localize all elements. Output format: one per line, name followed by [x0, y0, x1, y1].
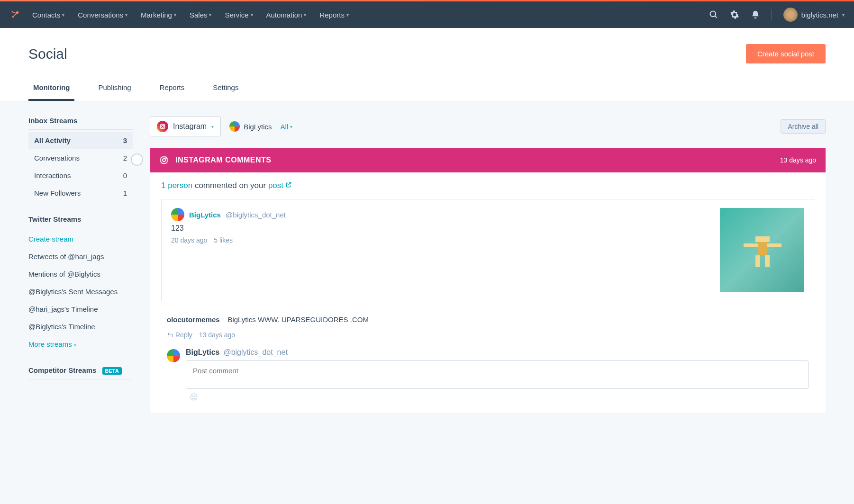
- svg-point-21: [195, 396, 196, 397]
- activity-card: INSTAGRAM COMMENTS 13 days ago 1 person …: [150, 148, 826, 413]
- nav-conversations[interactable]: Conversations▾: [78, 11, 127, 19]
- nav-automation[interactable]: Automation▾: [266, 11, 307, 19]
- comment-row: olocutormemes BigLytics WWW. UPARSEGUIDO…: [150, 310, 826, 329]
- post-card: BigLytics @biglytics_dot_net 123 20 days…: [161, 199, 814, 301]
- comment-author[interactable]: olocutormemes: [167, 315, 220, 324]
- sidebar-all-activity[interactable]: All Activity3: [28, 132, 133, 149]
- card-timestamp: 13 days ago: [780, 156, 816, 164]
- svg-rect-15: [744, 243, 758, 247]
- competitor-streams-title: Competitor Streams BETA: [28, 366, 133, 379]
- post-body: 123: [171, 224, 710, 233]
- sidebar: Inbox Streams All Activity3 Conversation…: [28, 117, 133, 413]
- card-header-title: INSTAGRAM COMMENTS: [175, 156, 271, 164]
- create-stream-link[interactable]: Create stream: [28, 230, 133, 248]
- beta-badge: BETA: [102, 367, 122, 375]
- comment-text: BigLytics WWW. UPARSEGUIDORES .COM: [227, 315, 369, 324]
- svg-point-9: [164, 125, 164, 126]
- svg-line-4: [13, 13, 16, 16]
- svg-rect-18: [765, 255, 770, 267]
- tab-settings[interactable]: Settings: [208, 77, 243, 101]
- svg-point-12: [166, 158, 167, 159]
- nav-divider: [772, 9, 772, 20]
- account-avatar-icon: [229, 121, 240, 132]
- svg-point-8: [162, 126, 164, 127]
- page-header: Social Create social post Monitoring Pub…: [0, 28, 854, 101]
- tab-reports[interactable]: Reports: [155, 77, 190, 101]
- nav-reports[interactable]: Reports▾: [319, 11, 349, 19]
- twitter-streams-title: Twitter Streams: [28, 215, 133, 228]
- twitter-stream-item[interactable]: @Biglytics's Sent Messages: [28, 283, 133, 300]
- svg-rect-13: [758, 241, 767, 255]
- nav-contacts[interactable]: Contacts▾: [32, 11, 64, 19]
- tab-publishing[interactable]: Publishing: [93, 77, 136, 101]
- emoji-picker-icon[interactable]: [190, 393, 805, 401]
- chevron-down-icon: ▾: [74, 342, 76, 348]
- external-link-icon: [285, 181, 292, 188]
- instagram-icon: [157, 121, 168, 132]
- reply-author: BigLytics: [186, 348, 219, 357]
- social-tabs: Monitoring Publishing Reports Settings: [28, 77, 826, 101]
- search-icon[interactable]: [709, 10, 718, 19]
- post-likes: 5 likes: [214, 236, 233, 244]
- card-header: INSTAGRAM COMMENTS 13 days ago: [150, 148, 826, 172]
- top-nav: Contacts▾ Conversations▾ Marketing▾ Sale…: [0, 1, 854, 28]
- post-author-handle: @biglytics_dot_net: [226, 211, 286, 219]
- comment-age: 13 days ago: [199, 331, 235, 339]
- chevron-down-icon: ▾: [304, 12, 306, 18]
- sidebar-interactions[interactable]: Interactions0: [28, 167, 133, 184]
- instagram-icon: [159, 155, 169, 165]
- svg-rect-17: [755, 255, 760, 267]
- unread-indicator[interactable]: [131, 153, 143, 166]
- content-area: Instagram ▾ BigLytics All ▾ Archive all: [150, 117, 826, 413]
- chevron-down-icon: ▾: [251, 12, 253, 18]
- chevron-down-icon: ▾: [290, 124, 292, 129]
- sidebar-conversations[interactable]: Conversations2: [28, 149, 133, 167]
- svg-point-11: [163, 159, 165, 162]
- bell-icon[interactable]: [751, 10, 760, 19]
- sidebar-new-followers[interactable]: New Followers1: [28, 184, 133, 202]
- tab-monitoring[interactable]: Monitoring: [28, 77, 74, 101]
- summary-line: 1 person commented on your post: [150, 172, 826, 199]
- chevron-down-icon: ▾: [211, 124, 214, 129]
- account-menu[interactable]: biglytics.net ▾: [783, 8, 845, 22]
- twitter-stream-item[interactable]: @hari_jags's Timeline: [28, 300, 133, 318]
- svg-point-20: [192, 396, 193, 397]
- twitter-stream-item[interactable]: Retweets of @hari_jags: [28, 248, 133, 265]
- chevron-down-icon: ▾: [174, 12, 176, 18]
- nav-service[interactable]: Service▾: [225, 11, 253, 19]
- svg-point-19: [191, 394, 197, 400]
- archive-all-button[interactable]: Archive all: [781, 119, 826, 134]
- svg-point-5: [710, 11, 716, 17]
- chevron-down-icon: ▾: [209, 12, 211, 18]
- scope-filter[interactable]: All ▾: [281, 123, 293, 131]
- nav-sales[interactable]: Sales▾: [190, 11, 212, 19]
- post-link[interactable]: post: [268, 181, 292, 190]
- more-streams-link[interactable]: More streams▾: [28, 335, 133, 353]
- author-avatar-icon: [171, 208, 184, 221]
- chevron-down-icon: ▾: [62, 12, 64, 18]
- svg-rect-14: [755, 236, 770, 242]
- hubspot-logo-icon[interactable]: [9, 9, 21, 20]
- chevron-down-icon: ▾: [125, 12, 127, 18]
- reply-button[interactable]: Reply: [167, 331, 192, 339]
- gear-icon[interactable]: [730, 10, 739, 19]
- account-filter[interactable]: BigLytics: [229, 121, 272, 132]
- svg-line-3: [13, 12, 17, 14]
- twitter-stream-item[interactable]: Mentions of @Biglytics: [28, 265, 133, 283]
- chevron-down-icon: ▾: [842, 12, 845, 18]
- post-thumbnail[interactable]: [720, 208, 804, 292]
- post-author-link[interactable]: BigLytics: [189, 211, 221, 219]
- page-title: Social: [28, 46, 67, 62]
- reply-avatar-icon: [167, 349, 180, 362]
- twitter-stream-item[interactable]: @Biglytics's Timeline: [28, 318, 133, 335]
- user-avatar: [783, 8, 798, 22]
- svg-line-6: [715, 16, 717, 18]
- person-count-link[interactable]: 1 person: [161, 181, 192, 190]
- svg-rect-16: [767, 243, 781, 247]
- nav-marketing[interactable]: Marketing▾: [141, 11, 176, 19]
- create-social-post-button[interactable]: Create social post: [746, 44, 826, 63]
- inbox-streams-title: Inbox Streams: [28, 117, 133, 130]
- post-age: 20 days ago: [171, 236, 207, 244]
- platform-filter[interactable]: Instagram ▾: [150, 117, 221, 136]
- comment-input[interactable]: [186, 360, 809, 389]
